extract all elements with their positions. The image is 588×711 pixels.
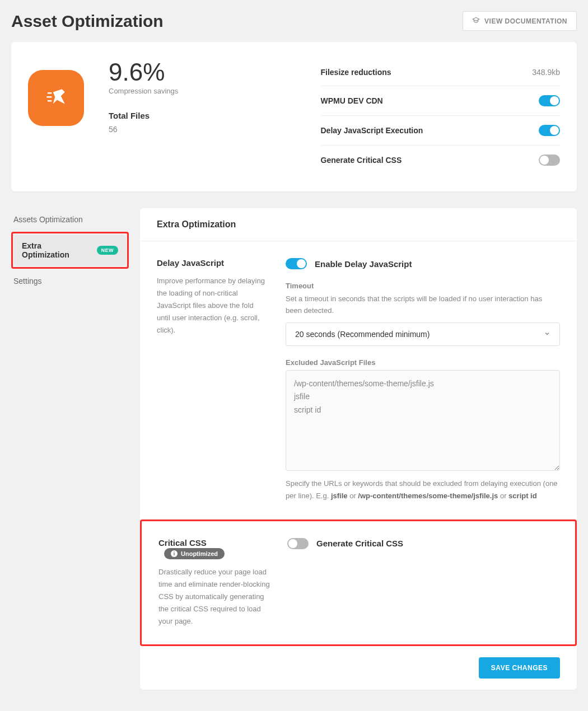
chevron-down-icon [544, 330, 550, 339]
stat-label: Delay JavaScript Execution [321, 126, 423, 135]
panel-footer: SAVE CHANGES [140, 646, 577, 690]
hint-text: or [348, 492, 358, 500]
view-documentation-label: VIEW DOCUMENTATION [484, 17, 567, 25]
panel-title: Extra Optimization [140, 208, 577, 241]
total-files-value: 56 [109, 125, 178, 134]
sidebar-item-label: Extra Optimization [22, 241, 91, 259]
compression-label: Compression savings [109, 87, 178, 95]
stat-row-cdn: WPMU DEV CDN [321, 86, 561, 116]
excluded-files-textarea[interactable] [286, 370, 560, 471]
page-title: Asset Optimization [11, 12, 164, 31]
hint-bold: /wp-content/themes/some-theme/jsfile.js [358, 492, 498, 500]
section-heading: Critical CSS [158, 538, 207, 548]
toggle-label: Enable Delay JavaScript [315, 259, 412, 269]
hummingbird-icon [28, 70, 84, 126]
stat-row-filesize: Filesize reductions 348.9kb [321, 59, 561, 86]
stat-label: Generate Critical CSS [321, 156, 402, 165]
highlight-box-sidebar: Extra Optimization NEW [11, 232, 129, 269]
generate-critical-css-toggle[interactable] [287, 538, 309, 549]
timeout-value: 20 seconds (Recommended minimum) [295, 330, 430, 339]
view-documentation-button[interactable]: VIEW DOCUMENTATION [463, 11, 577, 31]
sidebar-item-label: Settings [13, 277, 42, 286]
toggle-label: Generate Critical CSS [316, 539, 403, 548]
new-badge: NEW [97, 246, 119, 255]
stat-label: Filesize reductions [321, 68, 391, 77]
excluded-hint: Specify the URLs or keywords that should… [286, 478, 560, 502]
section-description: Drastically reduce your page load time a… [158, 566, 270, 628]
compression-percent: 9.6% [109, 59, 178, 86]
sidebar-item-assets-optimization[interactable]: Assets Optimization [11, 208, 129, 231]
timeout-label: Timeout [286, 282, 560, 290]
timeout-select[interactable]: 20 seconds (Recommended minimum) [286, 322, 560, 346]
enable-delay-js-toggle[interactable] [286, 258, 307, 269]
cdn-toggle[interactable] [539, 95, 560, 106]
section-delay-js: Delay JavaScript Improve performance by … [140, 241, 577, 520]
stat-label: WPMU DEV CDN [321, 96, 383, 105]
info-icon: i [171, 550, 178, 557]
graduation-cap-icon [472, 16, 480, 26]
summary-card: 9.6% Compression savings Total Files 56 … [11, 42, 577, 191]
stat-row-delay-js: Delay JavaScript Execution [321, 116, 561, 146]
sidebar-item-settings[interactable]: Settings [11, 270, 129, 292]
badge-label: Unoptimized [181, 550, 218, 557]
total-files-title: Total Files [109, 111, 178, 120]
section-heading: Delay JavaScript [157, 258, 224, 268]
save-changes-button[interactable]: SAVE CHANGES [479, 657, 560, 679]
critical-css-summary-toggle[interactable] [539, 155, 560, 166]
unoptimized-badge: i Unoptimized [164, 548, 225, 559]
section-description: Improve performance by delaying the load… [157, 275, 269, 336]
timeout-help: Set a timeout in seconds that the script… [286, 293, 560, 317]
hint-text: or [498, 492, 508, 500]
stat-row-critical-css: Generate Critical CSS [321, 146, 561, 175]
excluded-label: Excluded JavaScript Files [286, 358, 560, 367]
hint-bold: script id [508, 492, 537, 500]
highlight-box-critical-css: Critical CSS i Unoptimized Drastically r… [140, 520, 577, 646]
section-critical-css: Critical CSS i Unoptimized Drastically r… [142, 521, 575, 644]
sidebar-item-label: Assets Optimization [13, 215, 83, 224]
sidebar: Assets Optimization Extra Optimization N… [11, 208, 129, 292]
sidebar-item-extra-optimization[interactable]: Extra Optimization NEW [14, 235, 126, 266]
stat-value: 348.9kb [532, 68, 560, 77]
main-panel: Extra Optimization Delay JavaScript Impr… [140, 208, 577, 690]
svg-point-0 [61, 91, 63, 93]
delay-js-summary-toggle[interactable] [539, 125, 560, 136]
hint-bold: jsfile [331, 492, 348, 500]
